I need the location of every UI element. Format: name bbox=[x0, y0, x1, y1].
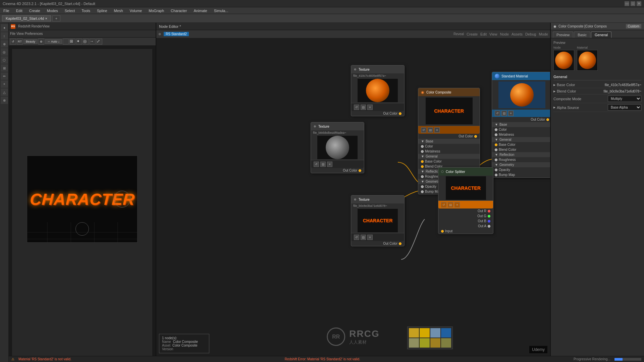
std-bumpmap-port[interactable] bbox=[495, 174, 497, 176]
std-btn3[interactable]: ≡ bbox=[508, 111, 514, 116]
doc-tab-main[interactable]: Kapitel03_02_Start.c4d × bbox=[2, 15, 51, 21]
tf2-btn1[interactable]: ↺ bbox=[314, 162, 319, 167]
sidebar-tool-1[interactable]: ✦ bbox=[1, 24, 8, 32]
swatch-4[interactable] bbox=[441, 328, 451, 338]
sp-btn2[interactable]: ▤ bbox=[448, 202, 453, 207]
texture-1-out-port[interactable] bbox=[399, 112, 401, 115]
swatch-3[interactable] bbox=[430, 328, 440, 338]
vp-grid-btn[interactable]: ⊞ bbox=[69, 39, 75, 45]
ne-menu-edit[interactable]: Edit bbox=[480, 32, 487, 36]
vp-auto-dropdown[interactable]: ↔ Auto ↓ bbox=[45, 39, 62, 44]
tab-preview[interactable]: Preview bbox=[553, 32, 573, 38]
vp-tool-1[interactable]: ↺ bbox=[10, 39, 16, 45]
vp-arrow-btn[interactable]: → bbox=[90, 39, 96, 45]
sp-btn3[interactable]: ≡ bbox=[454, 202, 460, 207]
out-g-port[interactable] bbox=[488, 215, 490, 218]
tf2-btn2[interactable]: ▤ bbox=[320, 162, 326, 167]
close-btn[interactable]: ✕ bbox=[637, 1, 641, 6]
vp-file-btn[interactable]: File bbox=[10, 32, 15, 36]
cp-btn1[interactable]: ↺ bbox=[421, 127, 426, 133]
vp-beauty-dropdown[interactable]: Beauty bbox=[23, 39, 38, 44]
vp-tool-3[interactable]: ⊕ bbox=[38, 39, 44, 45]
std-base-color-port[interactable] bbox=[495, 128, 497, 131]
std-out-port[interactable] bbox=[546, 118, 549, 121]
composite-mode-dropdown[interactable]: Multiply Add Subtract Screen Overlay bbox=[608, 96, 641, 102]
menu-animate[interactable]: Animate bbox=[192, 9, 208, 13]
comp-blend-color-port[interactable] bbox=[421, 165, 424, 168]
comp-base-color-port[interactable] bbox=[421, 160, 424, 163]
ne-menu-mode[interactable]: Mode bbox=[539, 32, 548, 36]
std-general-section[interactable]: ▼ General bbox=[492, 137, 550, 142]
texture-3-out-port[interactable] bbox=[399, 242, 401, 245]
alpha-source-dropdown[interactable]: Base Alpha Blend Alpha Combined Alpha bbox=[608, 104, 641, 111]
menu-select[interactable]: Select bbox=[63, 9, 76, 13]
tf3-btn1[interactable]: ↺ bbox=[354, 235, 359, 240]
minimize-btn[interactable]: — bbox=[625, 1, 629, 6]
out-b-port[interactable] bbox=[488, 220, 490, 223]
tf1-btn2[interactable]: ▤ bbox=[361, 105, 366, 110]
menu-mograph[interactable]: MoGraph bbox=[147, 9, 165, 13]
tf1-btn3[interactable]: ≡ bbox=[367, 105, 373, 110]
std-metalness-port[interactable] bbox=[495, 133, 497, 136]
texture-2-out-port[interactable] bbox=[359, 169, 361, 172]
menu-tools[interactable]: Tools bbox=[80, 9, 92, 13]
tab-basic[interactable]: Basic bbox=[574, 32, 590, 38]
menu-spline[interactable]: Spline bbox=[96, 9, 109, 13]
std-gen-base-port[interactable] bbox=[495, 143, 497, 146]
sidebar-tool-7[interactable]: ✏ bbox=[1, 72, 8, 80]
sidebar-tool-2[interactable]: ↕ bbox=[1, 32, 8, 40]
comp-roughness-port[interactable] bbox=[421, 175, 424, 178]
composite-out-port[interactable] bbox=[474, 135, 477, 138]
tf1-btn1[interactable]: ↺ bbox=[354, 105, 359, 110]
cp-btn3[interactable]: ≡ bbox=[434, 127, 440, 133]
splitter-input-port[interactable] bbox=[441, 230, 444, 233]
comp-bumpmap-port[interactable] bbox=[421, 190, 424, 193]
std-btn1[interactable]: ↺ bbox=[495, 111, 500, 116]
ne-menu-view[interactable]: View bbox=[489, 32, 497, 36]
menu-volume[interactable]: Volume bbox=[128, 9, 144, 13]
std-reflection-section[interactable]: ▼ Reflection bbox=[492, 152, 550, 157]
ne-menu-create[interactable]: Create bbox=[467, 32, 478, 36]
vp-tool-2[interactable]: RT bbox=[17, 39, 23, 45]
sidebar-tool-10[interactable]: ⊗ bbox=[1, 97, 8, 104]
menu-simulate[interactable]: Simula... bbox=[213, 9, 230, 13]
sidebar-tool-5[interactable]: ⬡ bbox=[1, 56, 8, 64]
menu-file[interactable]: File bbox=[2, 9, 11, 13]
sidebar-tool-9[interactable]: △ bbox=[1, 88, 8, 96]
sidebar-tool-6[interactable]: ⊞ bbox=[1, 64, 8, 72]
menu-character[interactable]: Character bbox=[169, 9, 188, 13]
out-a-port[interactable] bbox=[488, 225, 490, 228]
ne-menu-assets[interactable]: Assets bbox=[512, 32, 523, 36]
menu-mesh[interactable]: Mesh bbox=[113, 9, 124, 13]
swatch-5[interactable] bbox=[409, 338, 419, 348]
ne-menu-debug[interactable]: Debug bbox=[525, 32, 536, 36]
sp-btn1[interactable]: ↺ bbox=[441, 202, 446, 207]
std-base-section[interactable]: ▼ Base bbox=[492, 122, 550, 127]
sidebar-tool-3[interactable]: ⊕ bbox=[1, 40, 8, 48]
comp-base-section[interactable]: ▼ Base bbox=[418, 139, 480, 144]
out-r-port[interactable] bbox=[488, 210, 490, 213]
std-geometry-section[interactable]: ▼ Geometry bbox=[492, 162, 550, 167]
menu-edit[interactable]: Edit bbox=[15, 9, 24, 13]
swatch-6[interactable] bbox=[420, 338, 430, 348]
swatch-1[interactable] bbox=[409, 328, 419, 338]
tf3-btn2[interactable]: ▤ bbox=[361, 235, 366, 240]
cp-btn2[interactable]: ▤ bbox=[428, 127, 433, 133]
ne-menu-node[interactable]: Node bbox=[500, 32, 509, 36]
tab-general[interactable]: General bbox=[591, 32, 611, 38]
sidebar-tool-8[interactable]: ⌖ bbox=[1, 80, 8, 88]
vp-circle-btn[interactable]: ◎ bbox=[83, 39, 89, 45]
swatch-8[interactable] bbox=[441, 338, 451, 348]
comp-color-port[interactable] bbox=[421, 145, 424, 148]
std-btn2[interactable]: ▤ bbox=[501, 111, 507, 116]
tf3-btn3[interactable]: ≡ bbox=[367, 235, 373, 240]
tf2-btn3[interactable]: ≡ bbox=[327, 162, 332, 167]
vp-lock-btn[interactable] bbox=[63, 39, 69, 45]
comp-opacity-port[interactable] bbox=[421, 185, 424, 188]
std-gen-blend-port[interactable] bbox=[495, 148, 497, 151]
vp-view-btn[interactable]: View bbox=[16, 32, 24, 36]
sidebar-tool-4[interactable]: ◎ bbox=[1, 48, 8, 56]
std-roughness-port[interactable] bbox=[495, 159, 497, 161]
std-opacity-port[interactable] bbox=[495, 169, 497, 171]
comp-general-section[interactable]: ▼ General bbox=[418, 154, 480, 159]
